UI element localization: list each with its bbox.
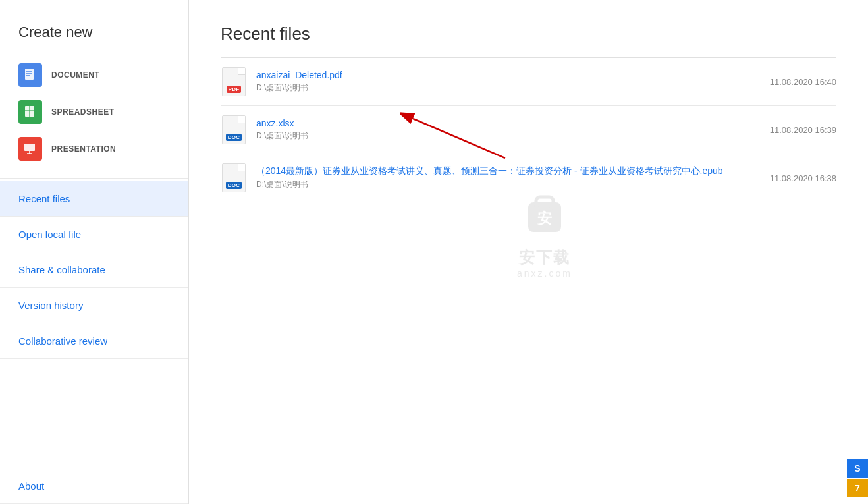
main-content: Recent files PDF anxaizai_Deleted.pdf D:… xyxy=(189,0,868,504)
table-row[interactable]: PDF anxaizai_Deleted.pdf D:\桌面\说明书 11.08… xyxy=(221,58,836,106)
file-date: 11.08.2020 16:40 xyxy=(770,77,836,87)
table-row[interactable]: DOC （2014最新版）证券业从业资格考试讲义、真题、预测三合一：证券投资分析… xyxy=(221,154,836,202)
file-info: anxaizai_Deleted.pdf D:\桌面\说明书 xyxy=(256,70,759,94)
sidebar-spacer xyxy=(0,359,188,468)
file-type-badge: DOC xyxy=(226,182,242,189)
nav-recent-files[interactable]: Recent files xyxy=(0,181,188,217)
create-presentation-item[interactable]: PRESENTATION xyxy=(0,130,188,167)
corner-icon-7[interactable]: 7 xyxy=(847,479,868,497)
file-name: （2014最新版）证券业从业资格考试讲义、真题、预测三合一：证券投资分析 - 证… xyxy=(256,165,759,177)
document-label: DOCUMENT xyxy=(51,70,99,80)
spreadsheet-label: SPREADSHEET xyxy=(51,107,115,117)
sidebar-title: Create new xyxy=(0,0,188,57)
main-title: Recent files xyxy=(221,24,836,44)
presentation-label: PRESENTATION xyxy=(51,144,116,154)
files-list: PDF anxaizai_Deleted.pdf D:\桌面\说明书 11.08… xyxy=(221,57,836,202)
file-path: D:\桌面\说明书 xyxy=(256,130,759,142)
svg-rect-7 xyxy=(24,144,35,151)
file-date: 11.08.2020 16:38 xyxy=(770,173,836,183)
file-info: （2014最新版）证券业从业资格考试讲义、真题、预测三合一：证券投资分析 - 证… xyxy=(256,165,759,190)
spreadsheet-icon xyxy=(18,100,42,124)
file-type-badge: DOC xyxy=(226,134,242,141)
divider-1 xyxy=(0,178,188,179)
nav-version-history[interactable]: Version history xyxy=(0,288,188,323)
nav-about[interactable]: About xyxy=(0,468,188,504)
create-spreadsheet-item[interactable]: SPREADSHEET xyxy=(0,94,188,130)
file-path: D:\桌面\说明书 xyxy=(256,179,759,190)
file-info: anxz.xlsx D:\桌面\说明书 xyxy=(256,118,759,142)
file-path: D:\桌面\说明书 xyxy=(256,82,759,94)
presentation-icon xyxy=(18,137,42,161)
file-name: anxaizai_Deleted.pdf xyxy=(256,70,759,80)
nav-open-local[interactable]: Open local file xyxy=(0,217,188,252)
create-new-section: DOCUMENT SPREADSHEET PRESE xyxy=(0,57,188,175)
svg-text:安: 安 xyxy=(536,210,552,227)
file-icon-xlsx: DOC xyxy=(221,114,247,146)
file-date: 11.08.2020 16:39 xyxy=(770,125,836,135)
table-row[interactable]: DOC anxz.xlsx D:\桌面\说明书 11.08.2020 16:39 xyxy=(221,106,836,154)
file-name: anxz.xlsx xyxy=(256,118,759,128)
document-icon xyxy=(18,63,42,87)
file-type-badge: PDF xyxy=(227,86,242,93)
file-icon-epub: DOC xyxy=(221,162,247,194)
file-icon-pdf: PDF xyxy=(221,66,247,98)
corner-icon-s[interactable]: S xyxy=(847,459,868,478)
svg-rect-12 xyxy=(528,202,561,232)
nav-share-collaborate[interactable]: Share & collaborate xyxy=(0,252,188,288)
create-document-item[interactable]: DOCUMENT xyxy=(0,57,188,94)
corner-icons: S 7 xyxy=(847,459,868,497)
sidebar: Create new DOCUMENT xyxy=(0,0,189,504)
nav-collaborative-review[interactable]: Collaborative review xyxy=(0,323,188,359)
